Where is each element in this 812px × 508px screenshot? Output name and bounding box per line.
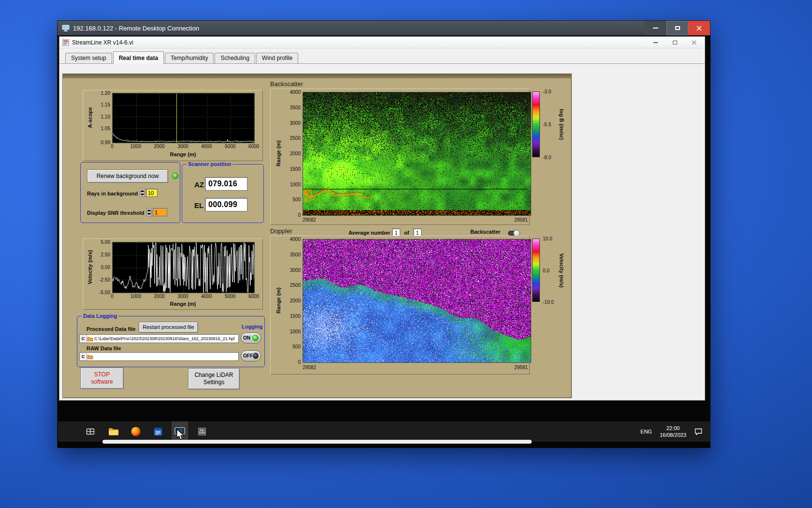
rdp-titlebar[interactable]: 192.168.0.122 - Remote Desktop Connectio… bbox=[58, 21, 710, 35]
axis-tick-label: 6000 bbox=[246, 144, 262, 149]
backscatter-section-title: Backscatter bbox=[270, 80, 303, 88]
scanner-position-title: Scanner position bbox=[187, 161, 232, 167]
snr-value-field[interactable]: 1 bbox=[153, 208, 167, 216]
raw-file-label: RAW Data file bbox=[87, 345, 121, 351]
rays-spinner[interactable] bbox=[140, 189, 145, 197]
firefox-icon bbox=[130, 426, 141, 437]
taskbar-file-explorer-button[interactable] bbox=[105, 421, 122, 442]
processed-path-field[interactable]: C C:\Lidar\Data\Proc\2023\202308\2023081… bbox=[79, 334, 239, 343]
snr-threshold-label: Display SNR threshold bbox=[87, 210, 145, 216]
backscatter-toggle-label: Backscatter bbox=[470, 229, 500, 235]
scanner-position-group: Scanner position AZ 079.016 EL 000.099 bbox=[182, 164, 264, 223]
app-title: StreamLine XR v14-6.vi bbox=[72, 39, 133, 46]
axis-tick-label: 0 bbox=[104, 144, 120, 149]
axis-tick-label: 500 bbox=[292, 344, 301, 349]
stop-software-button[interactable]: STOP software bbox=[80, 368, 124, 389]
system-tray: ENG 22:00 16/08/2023 bbox=[640, 421, 703, 442]
axis-tick-label: 2500 bbox=[290, 283, 301, 288]
tab-wind-profile[interactable]: Wind profile bbox=[256, 53, 298, 63]
snr-spinner[interactable] bbox=[146, 208, 152, 216]
az-value-field: 079.016 bbox=[205, 177, 247, 191]
axis-tick-label: 1500 bbox=[290, 166, 301, 172]
axis-tick-label: 1000 bbox=[128, 144, 144, 149]
on-led bbox=[252, 335, 259, 341]
app-restore-button[interactable] bbox=[665, 37, 684, 48]
rdp-restore-button[interactable] bbox=[667, 21, 688, 35]
tab-system-setup[interactable]: System setup bbox=[65, 53, 112, 63]
average-number-label: Average number bbox=[348, 230, 390, 236]
axis-tick-label: 4000 bbox=[198, 294, 215, 299]
tab-real-time-data[interactable]: Real time data bbox=[113, 51, 164, 64]
folder-icon bbox=[87, 335, 93, 343]
velocity-x-axis: 0100020003000400050006000 bbox=[112, 294, 254, 299]
clock-date: 16/08/2023 bbox=[660, 432, 686, 438]
streamline-window: StreamLine XR v14-6.vi System setup Real… bbox=[59, 36, 705, 401]
desktop: 192.168.0.122 - Remote Desktop Connectio… bbox=[0, 0, 812, 508]
backscatter-colorbar-ticks: -3.0-5.5-8.0 bbox=[542, 91, 556, 157]
background-controls-group: Renew background now Rays in background … bbox=[80, 162, 180, 223]
language-indicator[interactable]: ENG bbox=[640, 429, 652, 434]
axis-tick-label: 6000 bbox=[246, 294, 262, 299]
axis-tick-label: 3000 bbox=[175, 144, 191, 149]
doppler-y-axis: 40003500300025002000150010005000 bbox=[284, 239, 302, 362]
raw-path-field[interactable]: C bbox=[79, 352, 239, 361]
velocity-y-axis-title: Velocity (m/s) bbox=[87, 250, 93, 284]
data-logging-group: Data Logging Processed Data file Restart… bbox=[77, 316, 265, 367]
axis-tick-label: 500 bbox=[292, 197, 301, 202]
velocity-x-axis-title: Range (m) bbox=[112, 301, 254, 307]
axis-tick-label: 4000 bbox=[290, 90, 301, 95]
backscatter-x-start-label: 29082 bbox=[303, 217, 316, 223]
processed-logging-toggle[interactable]: ON bbox=[241, 332, 261, 344]
renew-background-button[interactable]: Renew background now bbox=[87, 169, 168, 183]
app-titlebar[interactable]: StreamLine XR v14-6.vi bbox=[59, 37, 705, 48]
task-view-icon bbox=[86, 427, 95, 436]
on-label: ON bbox=[243, 335, 250, 341]
velocity-y-axis: 5.002.500.00-2.50-5.00 bbox=[93, 242, 111, 292]
axis-tick-label: 3000 bbox=[175, 294, 191, 299]
ascope-x-axis: 0100020003000400050006000 bbox=[112, 144, 254, 149]
off-label: OFF bbox=[243, 353, 253, 359]
backscatter-colorbar bbox=[532, 91, 540, 157]
drive-icon: C bbox=[80, 335, 87, 343]
axis-tick-label: 3000 bbox=[290, 120, 301, 126]
taskbar-signsched-button[interactable]: SignSched bbox=[194, 421, 210, 442]
taskbar-task-view-button[interactable] bbox=[82, 421, 99, 442]
backscatter-display-toggle[interactable] bbox=[508, 231, 519, 236]
clock[interactable]: 22:00 16/08/2023 bbox=[660, 425, 686, 438]
rdp-close-button[interactable] bbox=[688, 21, 710, 35]
minimize-icon bbox=[653, 28, 658, 29]
panel-top-edge bbox=[63, 74, 571, 78]
raw-logging-toggle[interactable]: OFF bbox=[241, 350, 261, 361]
signsched-caption-line2: Sched bbox=[199, 432, 205, 434]
action-center-icon[interactable] bbox=[694, 428, 703, 436]
axis-tick-label: 5.00 bbox=[101, 239, 110, 245]
mouse-cursor bbox=[176, 429, 187, 441]
taskbar-firefox-button[interactable] bbox=[128, 421, 144, 442]
axis-tick-label: 2000 bbox=[151, 144, 168, 149]
taskbar-document-app-button[interactable] bbox=[150, 421, 166, 442]
tab-scheduling[interactable]: Scheduling bbox=[215, 53, 255, 63]
app-close-button[interactable] bbox=[684, 37, 704, 48]
backscatter-x-end-label: 29581 bbox=[514, 217, 528, 223]
axis-tick-label: 0.00 bbox=[101, 265, 110, 270]
app-window-controls bbox=[646, 37, 704, 48]
restart-processed-file-button[interactable]: Restart processed file bbox=[139, 322, 198, 333]
rdp-computer-icon bbox=[62, 25, 70, 32]
app-minimize-button[interactable] bbox=[646, 37, 665, 48]
axis-tick-label: 3500 bbox=[290, 252, 301, 257]
backscatter-plot-widget: 40003500300025002000150010005000 Range (… bbox=[270, 89, 530, 225]
doppler-x-end-label: 29581 bbox=[514, 365, 528, 370]
doppler-y-axis-title: Range (m) bbox=[276, 287, 281, 314]
rdp-horizontal-scrollbar[interactable] bbox=[102, 440, 532, 444]
rdp-minimize-button[interactable] bbox=[645, 21, 667, 35]
doppler-colorbar-title: Velocity (m/s) bbox=[559, 254, 565, 288]
axis-tick-label: -8.0 bbox=[543, 155, 551, 160]
folder-icon bbox=[87, 353, 93, 360]
file-explorer-icon bbox=[108, 427, 119, 436]
tab-temp-humidity[interactable]: Temp/humidity bbox=[165, 53, 214, 63]
axis-tick-label: 1000 bbox=[290, 182, 301, 187]
axis-tick-label: 1.15 bbox=[101, 102, 110, 107]
change-lidar-settings-button[interactable]: Change LiDAR Settings bbox=[188, 368, 240, 389]
processed-file-label: Processed Data file bbox=[87, 326, 136, 332]
rays-value-field[interactable]: 10 bbox=[146, 189, 158, 197]
